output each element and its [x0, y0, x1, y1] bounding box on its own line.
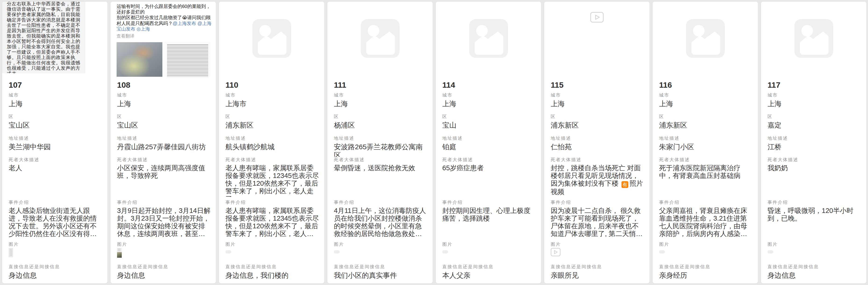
field-value-event-intro: 老人患有哮喘，家属联系居委报备要求就医，12345也表示尽快，但是120依然来不… [225, 207, 319, 238]
video-play-icon [590, 12, 604, 23]
field-label-image: 图片 [9, 241, 102, 247]
record-number: 110 [225, 80, 319, 90]
image-thumbnail-pair[interactable] [117, 248, 122, 258]
field-value-district: 宝山 [442, 121, 536, 130]
attachment-thumbnail[interactable] [659, 250, 753, 253]
field-label-event-intro: 事件介绍 [551, 200, 644, 206]
image-thumbnail-pill[interactable] [442, 250, 448, 253]
field-value-city: 上海 [334, 100, 428, 108]
mention-link[interactable]: ◎上海 [137, 26, 150, 32]
attachment-thumbnail[interactable] [768, 250, 861, 253]
field-label-district: 区 [117, 114, 211, 120]
attachment-thumbnail[interactable] [9, 248, 102, 257]
image-thumbnail-pill[interactable] [225, 250, 231, 253]
attachment-thumbnail[interactable] [225, 250, 319, 253]
field-label-victim-description: 死者大体描述 [117, 157, 211, 163]
field-label-city: 城市 [117, 92, 211, 98]
post-text-screenshot[interactable] [165, 42, 210, 77]
record-number: 116 [659, 80, 753, 90]
record-card-110[interactable]: 110 城市 上海市 区 浦东新区 地址描述 航头镇鹤沙航城 死者大体描述 老人… [219, 1, 324, 284]
image-thumbnail-pill[interactable] [334, 250, 340, 253]
field-label-event-intro: 事件介绍 [442, 200, 536, 206]
image-placeholder-icon [686, 19, 725, 58]
mention-link[interactable]: @上海宝山发布 [117, 21, 212, 32]
field-value-district: 杨浦区 [334, 121, 428, 130]
image-placeholder-icon [795, 19, 833, 58]
card-media-attachment[interactable] [436, 2, 541, 77]
field-value-direct-or-indirect: 身边信息 [117, 271, 211, 280]
field-label-event-intro: 事件介绍 [117, 200, 211, 206]
record-number: 107 [9, 80, 102, 90]
field-value-district: 嘉定 [768, 121, 861, 130]
field-label-direct-or-indirect: 直接信息还是间接信息 [442, 264, 536, 270]
field-value-direct-or-indirect: 本人父亲 [442, 271, 536, 280]
field-label-victim-description: 死者大体描述 [334, 157, 428, 163]
attachment-thumbnail[interactable] [117, 248, 211, 258]
field-value-address: 美兰湖中华园 [9, 143, 102, 151]
field-label-image: 图片 [334, 241, 428, 247]
field-value-victim-description: 小区保安，连续两周高强度值班，导致猝死 [117, 164, 211, 180]
image-thumbnail-pill[interactable] [768, 250, 773, 253]
field-label-city: 城市 [442, 92, 536, 98]
record-card-117[interactable]: 117 城市 上海 区 嘉定 地址描述 江桥 死者大体描述 我奶奶 事件介绍 昏… [761, 1, 867, 284]
video-thumbnail[interactable] [551, 248, 644, 257]
field-value-address: 安波路265弄兰花教师公寓南区 [334, 143, 428, 157]
field-label-address: 地址描述 [9, 135, 102, 141]
field-label-city: 城市 [768, 92, 861, 98]
field-label-victim-description: 死者大体描述 [9, 157, 102, 163]
record-card-115[interactable]: 115 城市 上海 区 浦东新区 地址描述 仁怡苑 死者大体描述 封控，跳楼自杀… [544, 1, 650, 284]
field-label-direct-or-indirect: 直接信息还是间接信息 [551, 264, 644, 270]
card-media-attachment[interactable] [653, 2, 758, 77]
field-value-district: 浦东新区 [225, 121, 319, 130]
field-value-victim-description: 65岁癌症患者 [442, 164, 536, 172]
record-card-116[interactable]: 116 城市 上海 区 浦东新区 地址描述 朱家门小区 死者大体描述 死于浦东医… [652, 1, 758, 284]
field-value-city: 上海 [768, 100, 861, 108]
attachment-thumbnail[interactable] [442, 250, 536, 253]
field-label-direct-or-indirect: 直接信息还是间接信息 [9, 264, 102, 270]
field-label-address: 地址描述 [334, 135, 428, 141]
image-thumbnail-screenshot[interactable] [9, 248, 13, 257]
field-label-district: 区 [768, 114, 861, 120]
field-label-address: 地址描述 [551, 135, 644, 141]
image-placeholder-icon [469, 19, 508, 58]
field-label-district: 区 [442, 114, 536, 120]
field-value-victim-description: 我奶奶 [768, 164, 861, 172]
field-label-image: 图片 [225, 241, 319, 247]
mention-link[interactable]: @上海发布 [173, 21, 196, 26]
card-media-attachment[interactable] [327, 2, 433, 77]
card-body: 116 城市 上海 区 浦东新区 地址描述 朱家门小区 死者大体描述 死于浦东医… [653, 80, 758, 284]
view-translation-link[interactable]: 查看翻译 [111, 33, 216, 39]
record-number: 111 [334, 80, 428, 90]
field-label-address: 地址描述 [659, 135, 753, 141]
field-value-victim-description: 老人 [9, 164, 102, 172]
record-card-107[interactable]: 分左右联系上中华西居委会，通过微信语音确认了这一事实。由于需要保护患者家属的隐私… [2, 1, 108, 284]
field-value-event-intro: 3月9日起开始封控，3月14日解封。3月23日又一轮封控开始，期间这位保安始终没… [117, 207, 211, 238]
record-card-108[interactable]: 运输有时间，为什么跟居委会的60的菜能到，还好多是烂的别的区都已经分发过几批物资… [110, 1, 216, 284]
field-value-city: 上海 [9, 100, 102, 108]
field-label-image: 图片 [442, 241, 536, 247]
card-body: 110 城市 上海市 区 浦东新区 地址描述 航头镇鹤沙航城 死者大体描述 老人… [219, 80, 324, 284]
field-value-direct-or-indirect: 亲身经历 [659, 271, 753, 280]
record-number: 108 [117, 80, 211, 90]
field-value-city: 上海 [117, 100, 211, 108]
card-media-attachment[interactable] [761, 2, 866, 77]
post-photo-cabbage[interactable] [117, 42, 162, 77]
card-media-attachment[interactable]: 分左右联系上中华西居委会，通过微信语音确认了这一事实。由于需要保护患者家属的隐私… [2, 2, 107, 77]
card-body: 108 城市 上海 区 宝山区 地址描述 丹霞山路257弄馨佳园八街坊 死者大体… [111, 80, 216, 284]
field-value-event-intro: 4月11日上午，这位消毒防疫人员在给我们小区封控楼做消杀的时候突然晕倒，小区里有… [334, 207, 428, 238]
field-value-district: 宝山区 [9, 121, 102, 130]
field-value-victim-description: 老人患有哮喘，家属联系居委报备要求就医，12345也表示尽快，但是120依然来不… [225, 164, 319, 197]
card-media-attachment[interactable] [219, 2, 324, 77]
post-text: 运输有时间，为什么跟居委会的60的菜能到，还好多是烂的别的区都已经分发过几批物资… [111, 2, 216, 32]
field-label-address: 地址描述 [768, 135, 861, 141]
card-media-attachment[interactable]: 运输有时间，为什么跟居委会的60的菜能到，还好多是烂的别的区都已经分发过几批物资… [111, 2, 216, 77]
record-card-111[interactable]: 111 城市 上海 区 杨浦区 地址描述 安波路265弄兰花教师公寓南区 死者大… [327, 1, 433, 284]
image-thumbnail-pill[interactable] [659, 250, 665, 253]
card-media-attachment[interactable] [544, 2, 650, 77]
field-value-event-intro: 封控期间因生理、心理上极度痛苦，选择跳楼 [442, 207, 536, 222]
card-body: 117 城市 上海 区 嘉定 地址描述 江桥 死者大体描述 我奶奶 事件介绍 昏… [761, 80, 866, 284]
crying-emoji: 😭 [182, 15, 187, 20]
attachment-thumbnail[interactable] [334, 250, 428, 253]
record-card-114[interactable]: 114 城市 上海 区 宝山 地址描述 铂庭 死者大体描述 65岁癌症患者 事件… [436, 1, 541, 284]
field-label-image: 图片 [551, 241, 644, 247]
